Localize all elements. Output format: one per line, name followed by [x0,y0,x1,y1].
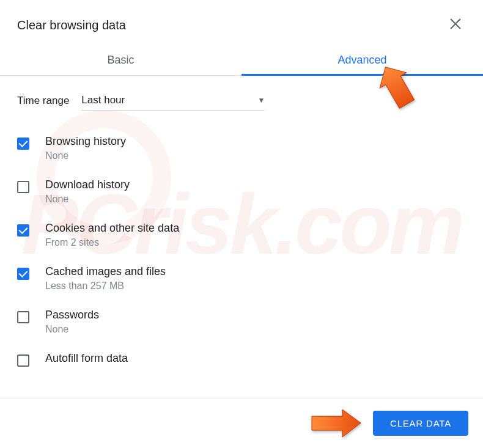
time-range-select[interactable]: Last hour ▼ [81,90,265,111]
checkbox-browsing-history[interactable] [17,138,29,150]
option-autofill: Autofill form data [17,352,483,367]
close-icon [450,18,461,29]
option-subtitle: None [45,324,99,335]
option-title: Download history [45,178,130,191]
option-subtitle: From 2 sites [45,237,179,248]
dialog-header: Clear browsing data [0,0,483,45]
option-cached: Cached images and files Less than 257 MB [17,265,483,292]
chevron-down-icon: ▼ [257,96,265,105]
dialog-footer: CANCEL CLEAR DATA [0,398,483,448]
dialog-title: Clear browsing data [17,18,126,32]
option-browsing-history: Browsing history None [17,135,483,161]
checkbox-cookies[interactable] [17,224,29,237]
checkbox-download-history[interactable] [17,181,29,193]
option-subtitle: None [45,194,130,205]
checkbox-autofill[interactable] [17,354,29,367]
option-subtitle: Less than 257 MB [45,281,166,292]
option-passwords: Passwords None [17,309,483,335]
content-wrapper: Time range Last hour ▼ Browsing history … [0,76,483,398]
option-title: Cookies and other site data [45,222,179,235]
option-title: Browsing history [45,135,126,148]
option-title: Passwords [45,309,99,321]
tab-advanced[interactable]: Advanced [242,45,483,75]
checkbox-cached[interactable] [17,268,29,280]
option-title: Autofill form data [45,352,128,365]
option-download-history: Download history None [17,178,483,205]
checkbox-passwords[interactable] [17,311,29,323]
option-title: Cached images and files [45,265,166,278]
clear-browsing-data-dialog: PCrisk.com Clear browsing data Basic Adv… [0,0,483,448]
option-cookies: Cookies and other site data From 2 sites [17,222,483,248]
option-text: Cookies and other site data From 2 sites [45,222,179,248]
time-range-value: Last hour [81,94,125,106]
option-text: Passwords None [45,309,99,335]
tabs: Basic Advanced [0,45,483,76]
time-range-label: Time range [17,95,69,107]
option-text: Download history None [45,178,130,205]
time-range-row: Time range Last hour ▼ [17,90,483,111]
option-text: Cached images and files Less than 257 MB [45,265,166,292]
tab-basic[interactable]: Basic [0,45,242,75]
close-button[interactable] [445,15,466,35]
dialog-content[interactable]: Time range Last hour ▼ Browsing history … [0,76,483,398]
option-text: Browsing history None [45,135,126,161]
option-subtitle: None [45,150,126,161]
cancel-button[interactable]: CANCEL [300,412,363,435]
clear-data-button[interactable]: CLEAR DATA [373,411,468,436]
option-text: Autofill form data [45,352,128,367]
